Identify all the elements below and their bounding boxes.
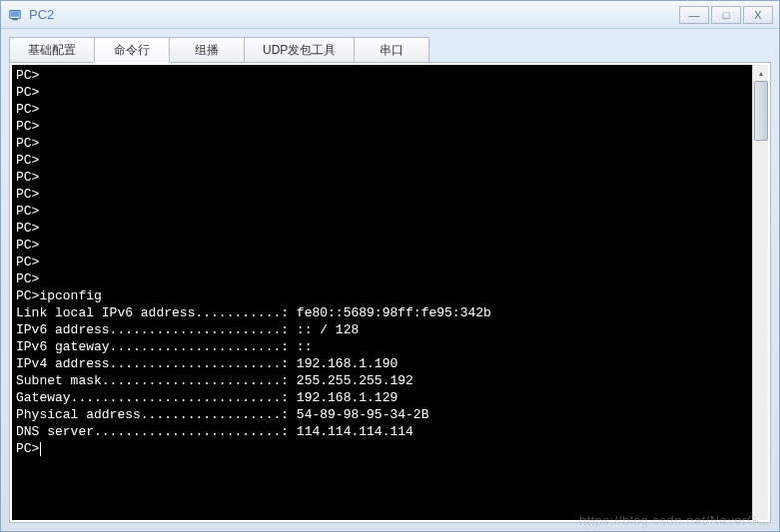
terminal-line: PC> [16, 118, 748, 135]
cursor-icon [40, 442, 41, 456]
terminal-line: Link local IPv6 address...........: fe80… [16, 304, 748, 321]
terminal-prompt-active: PC> [16, 440, 748, 457]
terminal-line: PC> [16, 101, 748, 118]
app-window: PC2 — □ X 基础配置 命令行 组播 UDP发包工具 串口 PC>PC>P… [0, 0, 780, 532]
tab-udp-tool[interactable]: UDP发包工具 [244, 37, 355, 63]
terminal-line: Gateway...........................: 192.… [16, 389, 748, 406]
svg-rect-1 [11, 11, 20, 16]
maximize-button[interactable]: □ [711, 6, 741, 24]
scrollbar-thumb[interactable] [754, 81, 768, 141]
terminal-line: PC> [16, 135, 748, 152]
terminal-line: PC> [16, 67, 748, 84]
minimize-button[interactable]: — [679, 6, 709, 24]
content-area: 基础配置 命令行 组播 UDP发包工具 串口 PC>PC>PC>PC>PC>PC… [1, 29, 779, 531]
window-title: PC2 [29, 7, 677, 22]
titlebar: PC2 — □ X [1, 1, 779, 29]
tab-bar: 基础配置 命令行 组播 UDP发包工具 串口 [9, 37, 771, 63]
terminal-line: Physical address..................: 54-8… [16, 406, 748, 423]
terminal-line: PC> [16, 254, 748, 270]
terminal-line: PC> [16, 84, 748, 101]
terminal-line: PC> [16, 169, 748, 186]
scroll-up-icon[interactable]: ▴ [753, 65, 769, 81]
scrollbar[interactable]: ▴ [752, 65, 768, 520]
terminal-line: PC> [16, 270, 748, 287]
tab-command-line[interactable]: 命令行 [94, 37, 170, 63]
terminal-line: PC> [16, 203, 748, 220]
terminal[interactable]: PC>PC>PC>PC>PC>PC>PC>PC>PC>PC>PC>PC>PC>P… [12, 65, 752, 520]
terminal-line: PC> [16, 237, 748, 254]
terminal-line: PC> [16, 152, 748, 169]
terminal-line: PC> [16, 220, 748, 237]
terminal-line: DNS server........................: 114.… [16, 423, 748, 440]
terminal-line: PC>ipconfig [16, 287, 748, 304]
tab-serial[interactable]: 串口 [354, 37, 429, 63]
app-icon [7, 7, 23, 23]
svg-rect-2 [12, 18, 17, 20]
terminal-line: IPv4 address......................: 192.… [16, 355, 748, 372]
terminal-line: IPv6 address......................: :: /… [16, 321, 748, 338]
terminal-line: PC> [16, 186, 748, 203]
terminal-container: PC>PC>PC>PC>PC>PC>PC>PC>PC>PC>PC>PC>PC>P… [9, 62, 771, 523]
terminal-line: Subnet mask.......................: 255.… [16, 372, 748, 389]
tab-basic-config[interactable]: 基础配置 [9, 37, 95, 63]
window-controls: — □ X [677, 6, 773, 24]
terminal-line: IPv6 gateway......................: :: [16, 338, 748, 355]
tab-multicast[interactable]: 组播 [169, 37, 245, 63]
close-button[interactable]: X [743, 6, 773, 24]
